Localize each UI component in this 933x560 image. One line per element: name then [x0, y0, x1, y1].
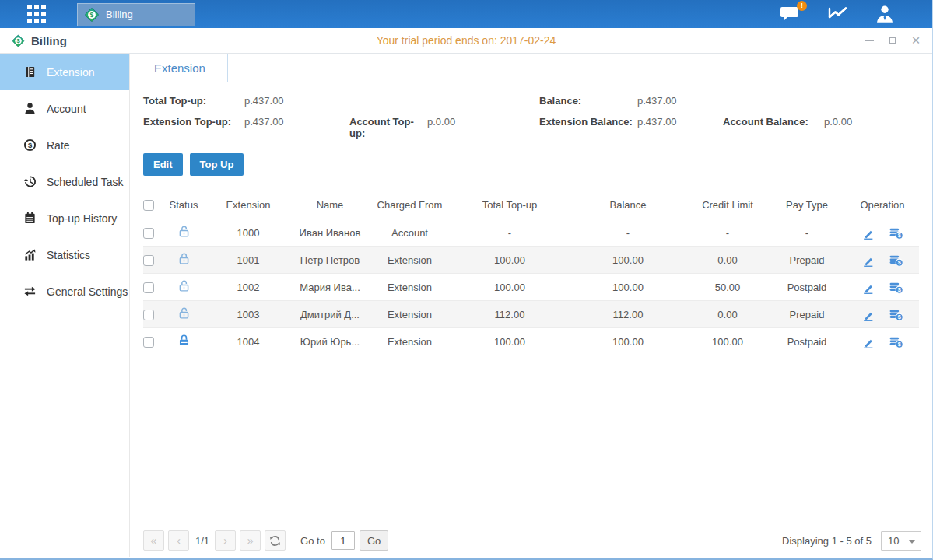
edit-button[interactable]: Edit [143, 153, 183, 176]
sidebar-item-label: Account [47, 103, 86, 115]
extension-topup-label: Extension Top-up: [143, 116, 244, 139]
tab-extension[interactable]: Extension [132, 54, 228, 82]
svg-text:$: $ [897, 259, 900, 266]
cell-total-topup: - [451, 219, 569, 247]
cell-charged-from: Extension [369, 274, 451, 301]
status-lock-icon[interactable] [177, 225, 191, 238]
notebook-icon [23, 212, 37, 225]
table-row[interactable]: 1004 Юрий Юрь... Extension 100.00 100.00… [143, 328, 919, 355]
user-account-icon[interactable] [875, 4, 895, 24]
taskbar-tab-label: Billing [106, 9, 133, 20]
sidebar-item-rate[interactable]: $ Rate [0, 127, 129, 163]
extension-balance-label: Extension Balance: [539, 116, 637, 139]
close-button[interactable]: × [910, 35, 921, 46]
top-up-button[interactable]: Top Up [190, 153, 244, 176]
tab-strip: Extension [130, 54, 932, 82]
sidebar-item-label: Scheduled Task [47, 176, 124, 188]
window-titlebar: $ Billing Your trial period ends on: 201… [0, 28, 932, 54]
sidebar-item-label: Top-up History [47, 212, 117, 225]
unlocked-icon [177, 306, 191, 320]
page-size-value: 10 [888, 535, 899, 547]
balance-summary: Total Top-up: p.437.00 Balance: p.437.00… [143, 95, 919, 139]
trial-notice: Your trial period ends on: 2017-02-24 [0, 34, 932, 47]
sidebar-item-statistics[interactable]: Statistics [0, 236, 129, 273]
row-checkbox[interactable] [143, 337, 154, 348]
first-page-button[interactable]: « [143, 530, 164, 551]
sidebar-item-account[interactable]: Account [0, 90, 129, 127]
sidebar-item-label: Extension [47, 66, 94, 79]
cell-pay-type: Prepaid [768, 247, 846, 274]
row-checkbox[interactable] [143, 255, 154, 266]
svg-text:$: $ [897, 341, 900, 348]
svg-text:$: $ [897, 232, 900, 239]
pagination-bar: « ‹ 1/1 › » Go to Go Displaying [143, 530, 921, 551]
select-all-checkbox[interactable] [143, 200, 154, 211]
go-button[interactable]: Go [360, 530, 388, 551]
status-lock-icon[interactable] [177, 334, 191, 347]
cell-extension: 1001 [205, 247, 291, 274]
cell-charged-from: Extension [369, 328, 451, 355]
table-row[interactable]: 1002 Мария Ива... Extension 100.00 100.0… [143, 274, 919, 301]
status-lock-icon[interactable] [177, 306, 191, 320]
table-row[interactable]: 1001 Петр Петров Extension 100.00 100.00… [143, 247, 919, 274]
col-charged-from: Charged From [369, 191, 451, 219]
minimize-button[interactable] [864, 35, 875, 46]
sliders-icon [23, 285, 37, 298]
table-row[interactable]: 1003 Дмитрий Д... Extension 112.00 112.0… [143, 301, 919, 328]
sidebar-item-extension[interactable]: Extension [0, 54, 129, 90]
reports-chart-icon[interactable] [827, 5, 848, 23]
notifications-icon[interactable]: ! [780, 5, 801, 23]
row-checkbox[interactable] [143, 282, 154, 293]
extension-balance-value: p.437.00 [637, 116, 723, 139]
extension-table: Status Extension Name Charged From Total… [143, 191, 919, 355]
topup-row-icon[interactable]: $ [889, 281, 903, 294]
edit-row-icon[interactable] [861, 308, 875, 321]
page-size-select[interactable]: 10 [881, 531, 921, 551]
col-total-topup: Total Top-up [451, 191, 569, 219]
svg-text:$: $ [897, 286, 900, 293]
row-checkbox[interactable] [143, 310, 154, 320]
sidebar-item-scheduled-task[interactable]: Scheduled Task [0, 163, 129, 200]
topup-row-icon[interactable]: $ [889, 308, 903, 321]
extension-table-body: 1000 Иван Иванов Account - - - - [143, 219, 919, 355]
cell-balance: 112.00 [569, 301, 687, 328]
cell-credit-limit: 100.00 [687, 328, 768, 355]
next-page-button[interactable]: › [215, 530, 236, 551]
maximize-button[interactable] [887, 35, 898, 46]
account-topup-label: Account Top-up: [349, 116, 427, 139]
last-page-button[interactable]: » [240, 530, 261, 551]
taskbar-tab-billing[interactable]: $ Billing [77, 3, 195, 26]
row-checkbox[interactable] [143, 228, 154, 239]
billing-window: $ Billing ! [0, 0, 933, 560]
cell-extension: 1003 [205, 301, 291, 328]
cell-total-topup: 112.00 [451, 301, 569, 328]
ledger-icon [23, 65, 37, 79]
locked-icon [177, 334, 191, 347]
status-lock-icon[interactable] [177, 279, 191, 292]
prev-page-button[interactable]: ‹ [168, 530, 189, 551]
topup-row-icon[interactable]: $ [889, 335, 903, 348]
edit-row-icon[interactable] [861, 335, 875, 348]
edit-row-icon[interactable] [861, 281, 875, 294]
cell-pay-type: Postpaid [768, 328, 846, 355]
sidebar-item-topup-history[interactable]: Top-up History [0, 200, 129, 236]
table-row[interactable]: 1000 Иван Иванов Account - - - - [143, 219, 919, 247]
cell-balance: - [569, 219, 687, 247]
extension-topup-value: p.437.00 [244, 116, 349, 139]
dollar-circle-icon: $ [23, 138, 37, 152]
topup-row-icon[interactable]: $ [889, 254, 903, 267]
edit-row-icon[interactable] [861, 254, 875, 267]
page-indicator: 1/1 [195, 535, 209, 547]
total-topup-value: p.437.00 [244, 95, 349, 107]
topup-row-icon[interactable]: $ [889, 226, 903, 240]
status-lock-icon[interactable] [177, 252, 191, 265]
sidebar-item-general-settings[interactable]: General Settings [0, 273, 129, 310]
edit-row-icon[interactable] [861, 226, 875, 240]
refresh-button[interactable] [265, 530, 286, 551]
svg-text:$: $ [28, 141, 33, 149]
cell-balance: 100.00 [569, 247, 687, 274]
unlocked-icon [177, 225, 191, 238]
cell-credit-limit: 50.00 [687, 274, 768, 301]
app-grid-icon[interactable] [27, 5, 46, 23]
goto-page-input[interactable] [331, 531, 355, 550]
